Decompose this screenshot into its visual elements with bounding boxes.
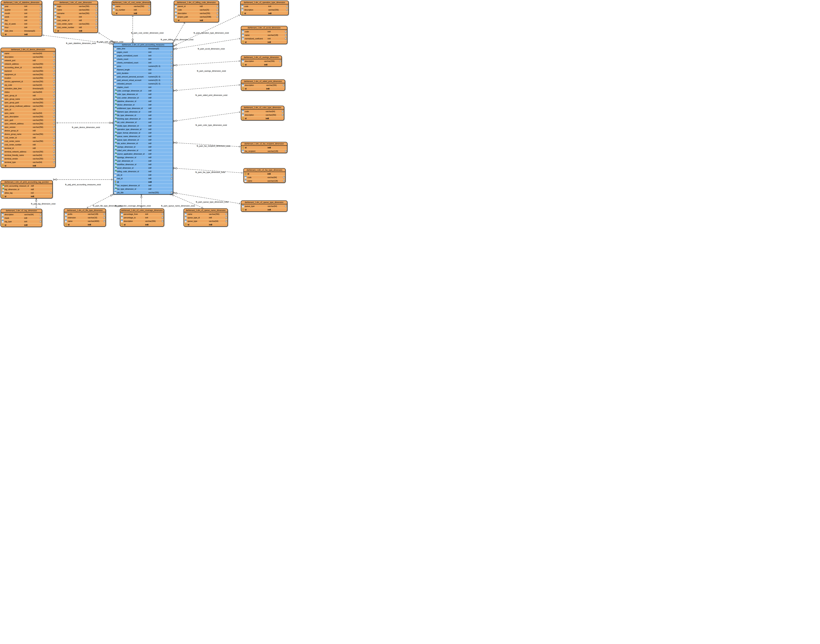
- table-color-coverage-dimension[interactable]: dwhtenant_1.dm_v2_color_coverage_dimensi…: [120, 209, 164, 227]
- column-row-id[interactable]: idint8: [244, 172, 285, 175]
- column-row-date_time[interactable]: date_timetimestamp(6): [114, 47, 173, 50]
- column-row-network_address[interactable]: network_addressvarchar(256)N: [1, 62, 55, 66]
- column-row-description[interactable]: descriptionvarchar(256)N: [120, 219, 164, 223]
- column-row-year[interactable]: yearint4N: [1, 5, 42, 8]
- column-row-code[interactable]: codeint4N: [241, 30, 287, 33]
- column-row-spoc_group_multicast_address[interactable]: spoc_group_multicast_addressvarchar(256)…: [1, 104, 55, 108]
- column-row-id[interactable]: idint8: [241, 87, 285, 90]
- column-row-id[interactable]: idint8: [241, 40, 287, 44]
- column-row-day_of_week[interactable]: day_of_weekint4N: [1, 22, 42, 26]
- column-row-source_application_dimension_id[interactable]: source_application_dimension_idint8: [114, 152, 173, 156]
- table-title[interactable]: dwhtenant_1.dm_v2_datetime_dimension: [1, 1, 42, 5]
- column-row-finishing_type_dimension_id[interactable]: finishing_type_dimension_idint8: [114, 117, 173, 120]
- column-row-user_dimension_id[interactable]: user_dimension_idint8: [114, 159, 173, 163]
- column-row-name[interactable]: namevarchar(128)N: [244, 179, 285, 182]
- column-row-color_type_dimension_id[interactable]: color_type_dimension_idint8: [114, 92, 173, 96]
- column-row-id[interactable]: idint8: [241, 11, 288, 15]
- table-file-type-dimension[interactable]: dwhtenant_1.dm_v2_file_type_dimensionpre…: [64, 209, 106, 227]
- column-row-pages_normalized_count[interactable]: pages_normalized_countint4N: [114, 54, 173, 57]
- column-row-job_title[interactable]: job_titlevarchar(255)N: [114, 191, 173, 194]
- table-title[interactable]: dwhtenant_1.dm_v2_sided_print_dimension: [241, 80, 285, 83]
- column-row-status[interactable]: statusvarchar(64)N: [1, 90, 55, 94]
- column-row-extension[interactable]: extensionvarchar(16)N: [64, 216, 106, 219]
- column-row-sided_print_dimension_id[interactable]: sided_print_dimension_idint8: [114, 149, 173, 152]
- column-row-pages_count[interactable]: pages_countint4N: [114, 50, 173, 54]
- column-row-name[interactable]: namevarchar(256)N: [54, 8, 98, 11]
- column-row-cost_center_dimension_id[interactable]: cost_center_dimension_idint8: [114, 96, 173, 100]
- column-row-file_type_dimension_id[interactable]: file_type_dimension_idint8: [114, 113, 173, 117]
- column-row-surname[interactable]: surnamevarchar(256)N: [54, 11, 98, 15]
- column-row-description[interactable]: descriptionvarchar(256)N: [1, 55, 55, 58]
- column-row-description[interactable]: descriptionvarchar(256)N: [241, 59, 281, 63]
- column-row-id[interactable]: idint8: [1, 164, 55, 167]
- column-row-day[interactable]: dayint4N: [1, 18, 42, 22]
- table-tag-dimension[interactable]: dwhtenant_1.dm_v2_tag_dimensiondescripti…: [0, 209, 42, 227]
- column-row-queue_type[interactable]: queue_typevarchar(64)N: [184, 219, 227, 223]
- column-row-description[interactable]: descriptionvarchar(64)N: [1, 213, 42, 216]
- column-row-spoc_version[interactable]: spoc_versionvarchar(256)N: [1, 125, 55, 129]
- column-row-entitlement_type_dimension_id[interactable]: entitlement_type_dimension_idint8: [114, 106, 173, 110]
- column-row-code[interactable]: codeint4N: [241, 5, 288, 8]
- column-row-queue_type_dimension_id[interactable]: queue_type_dimension_idint8: [114, 138, 173, 141]
- column-row-rbe_action_dimension_id[interactable]: rbe_action_dimension_idint8: [114, 141, 173, 145]
- column-row-code[interactable]: codevarchar(64)N: [244, 175, 285, 179]
- column-row-filament_type_dimension_id[interactable]: filament_type_dimension_idint8: [114, 110, 173, 113]
- column-row-media_type_dimension_id[interactable]: media_type_dimension_idint8: [114, 124, 173, 127]
- column-row-paid_amount_virtual_account[interactable]: paid_amount_virtual_accountnumeric(20, 6…: [114, 78, 173, 82]
- column-row-cost_center_name[interactable]: cost_center_namevarchar(256)N: [54, 22, 98, 26]
- column-row-terminal_type[interactable]: terminal_typevarchar(64)N: [1, 160, 55, 164]
- column-row-location[interactable]: locationvarchar(256)N: [1, 76, 55, 80]
- column-row-hour[interactable]: hourint4N: [1, 26, 42, 29]
- column-row-fax_recipient_dimension_id[interactable]: fax_recipient_dimension_idint8: [114, 184, 173, 187]
- table-title[interactable]: dwhtenant_1.dm_v2_print_accounting_tag_j…: [1, 181, 52, 184]
- table-title[interactable]: dwhtenant_1.dm_v2_operation_type_dimensi…: [241, 1, 288, 5]
- column-row-terminal_vendor[interactable]: terminal_vendorvarchar(256)N: [1, 157, 55, 160]
- column-row-id[interactable]: idint8: [241, 208, 287, 212]
- column-row-activation_date_time[interactable]: activation_date_timetimestamp(6)N: [1, 87, 55, 90]
- column-row-paid_amount_personal_account[interactable]: paid_amount_personal_accountnumeric(20, …: [114, 75, 173, 78]
- table-title[interactable]: dwhtenant_1.dm_v2_accid_dimension: [241, 26, 287, 30]
- column-row-id[interactable]: idint8: [1, 223, 42, 227]
- column-row-name[interactable]: namevarchar(4000)N: [64, 219, 106, 223]
- table-fax-recipient-dimension[interactable]: dwhtenant_1.dm_v2_fax_recipient_dimensio…: [241, 142, 287, 153]
- column-row-backend[interactable]: backendvarchar(256)N: [1, 69, 55, 73]
- column-row-spoc_id[interactable]: spoc_idint8N: [1, 108, 55, 111]
- column-row-id[interactable]: idint8: [54, 29, 98, 32]
- table-title[interactable]: dwhtenant_1.dm_v2_print_accounting_measu…: [114, 43, 173, 47]
- column-row-parent_id[interactable]: parent_idint8N: [174, 5, 219, 8]
- column-row-id[interactable]: idint8: [1, 32, 42, 36]
- column-row-refunded_amount[interactable]: refunded_amountnumeric(20, 6)N: [114, 82, 173, 85]
- column-row-description[interactable]: descriptionvarchar(256)N: [241, 113, 284, 117]
- table-title[interactable]: dwhtenant_1.dm_v2_file_type_dimension: [64, 209, 106, 212]
- column-row-allow_tag[interactable]: allow_tagint2N: [1, 191, 52, 195]
- column-row-ou_number[interactable]: ou_numberint8N: [112, 8, 150, 11]
- table-title[interactable]: dwhtenant_1.dm_v2_tag_dimension: [1, 209, 42, 213]
- column-row-id[interactable]: idint8: [120, 223, 164, 226]
- column-row-tag_dimension_id[interactable]: tag_dimension_idint8: [1, 187, 52, 191]
- table-title[interactable]: dwhtenant_1.dm_v2_queue_type_dimension: [241, 201, 287, 204]
- column-row-ink_color_dimension_id[interactable]: ink_color_dimension_idint8: [114, 120, 173, 124]
- table-queue-name-dimension[interactable]: dwhtenant_1.dm_v2_queue_name_dimensionna…: [184, 209, 228, 227]
- column-row-description[interactable]: descriptionvarchar(256)N: [241, 83, 285, 87]
- table-title[interactable]: dwhtenant_1.dm_v2_billing_code_dimension: [174, 1, 219, 5]
- table-billing-code-dimension[interactable]: dwhtenant_1.dm_v2_billing_code_dimension…: [174, 0, 219, 22]
- column-row-paper_format_dimension_id[interactable]: paper_format_dimension_idint8: [114, 131, 173, 135]
- column-row-cost_center_id[interactable]: cost_center_idint8N: [1, 136, 55, 139]
- column-row-cost_center_id[interactable]: cost_center_idint8N: [54, 18, 98, 22]
- table-title[interactable]: dwhtenant_1.dm_v2_cost_center_dimension: [112, 1, 150, 5]
- column-row-id[interactable]: idint8: [184, 223, 227, 226]
- column-row-queue_name_dimension_id[interactable]: queue_name_dimension_idint8: [114, 135, 173, 138]
- column-row-id[interactable]: idint8: [241, 117, 284, 120]
- column-row-prefix[interactable]: prefixvarchar(128)N: [64, 212, 106, 216]
- column-row-print_duration[interactable]: print_durationint4N: [114, 71, 173, 75]
- column-row-staples_count[interactable]: staples_countint4N: [114, 85, 173, 89]
- table-user-dimension[interactable]: dwhtenant_1.dm_v2_user_dimensionloginvar…: [53, 0, 98, 33]
- table-title[interactable]: dwhtenant_1.dm_v2_fax_type_dimension: [244, 169, 285, 172]
- table-title[interactable]: dwhtenant_1.dm_v2_user_dimension: [54, 1, 98, 5]
- column-row-description[interactable]: descriptionvarchar(255)N: [174, 11, 219, 15]
- column-row-savings_dimension_id[interactable]: savings_dimension_idint8: [114, 145, 173, 149]
- column-row-date_time[interactable]: date_timetimestamp(6): [1, 29, 42, 32]
- column-row-month[interactable]: monthint4N: [1, 11, 42, 15]
- column-row-spoc_group_name[interactable]: spoc_group_namevarchar(256)N: [1, 97, 55, 101]
- column-row-device_dimension_id[interactable]: device_dimension_idint8: [114, 103, 173, 106]
